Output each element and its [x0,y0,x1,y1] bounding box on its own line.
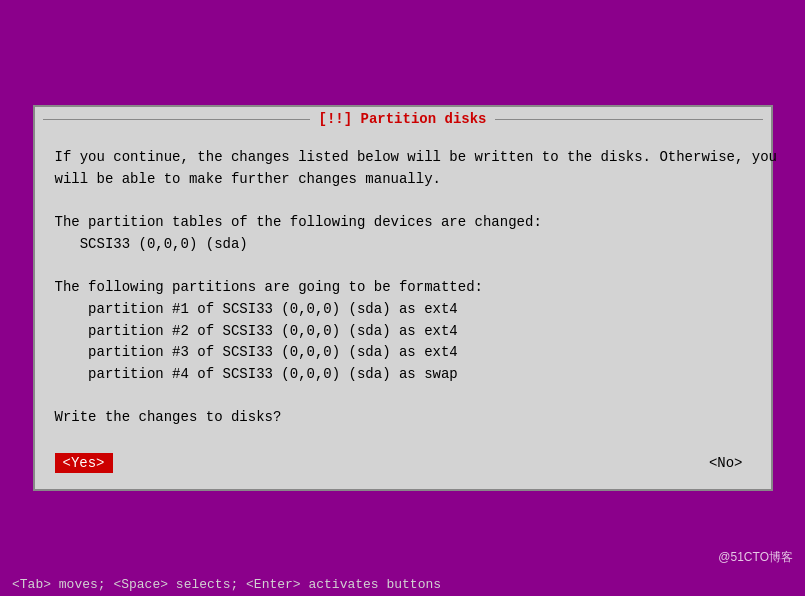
title-line-left [43,119,311,120]
dialog-title-bar: [!!] Partition disks [35,107,771,131]
bottom-bar: <Tab> moves; <Space> selects; <Enter> ac… [0,573,805,596]
dialog-title: [!!] Partition disks [318,111,486,127]
dialog-buttons: <Yes> <No> [35,445,771,489]
content-text: If you continue, the changes listed belo… [55,147,751,429]
dialog-content: If you continue, the changes listed belo… [35,131,771,445]
no-button[interactable]: <No> [701,453,751,473]
yes-button[interactable]: <Yes> [55,453,113,473]
dialog-box: [!!] Partition disks If you continue, th… [33,105,773,491]
title-line-right [495,119,763,120]
screen: [!!] Partition disks If you continue, th… [0,0,805,596]
watermark: @51CTO博客 [718,549,793,566]
bottom-bar-text: <Tab> moves; <Space> selects; <Enter> ac… [12,577,441,592]
